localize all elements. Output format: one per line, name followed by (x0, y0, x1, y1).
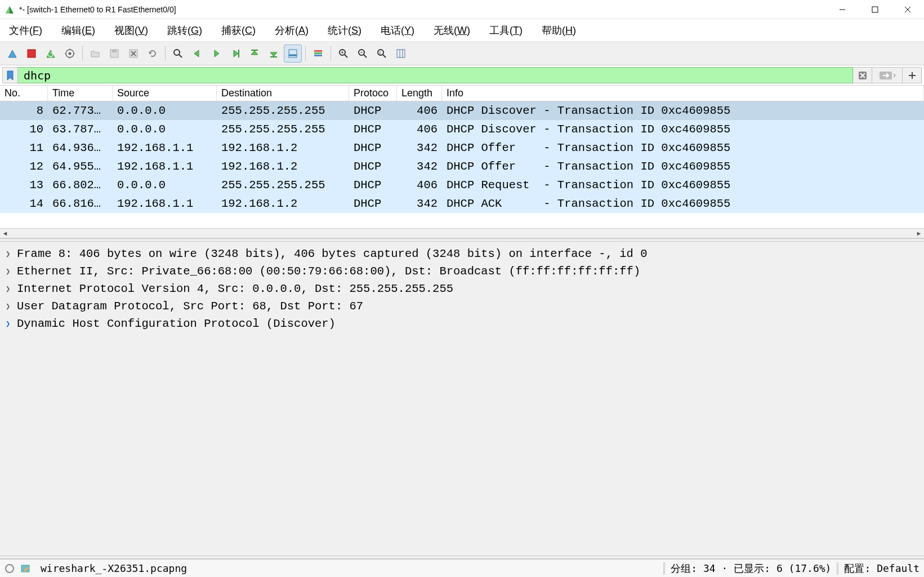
filter-apply-button[interactable] (872, 67, 903, 83)
detail-row[interactable]: ❯User Datagram Protocol, Src Port: 68, D… (0, 298, 924, 315)
display-filter-input[interactable] (18, 67, 853, 83)
open-file-button[interactable] (86, 45, 104, 63)
packet-row[interactable]: 1466.816…192.168.1.1192.168.1.2DHCP342DH… (0, 194, 924, 213)
start-capture-button[interactable] (3, 45, 21, 63)
cell-source: 0.0.0.0 (113, 123, 217, 136)
packet-row[interactable]: 1164.936…192.168.1.1192.168.1.2DHCP342DH… (0, 139, 924, 157)
packet-list[interactable]: 862.773…0.0.0.0255.255.255.255DHCP406DHC… (0, 101, 924, 228)
menu-capture[interactable]: 捕获(C) (221, 24, 256, 37)
cell-time: 64.955… (48, 160, 113, 173)
cell-length: 406 (397, 179, 442, 192)
close-file-button[interactable] (124, 45, 142, 63)
restart-capture-button[interactable] (42, 45, 60, 63)
packet-row[interactable]: 1264.955…192.168.1.1192.168.1.2DHCP342DH… (0, 157, 924, 176)
cell-no: 8 (0, 104, 48, 117)
status-profile[interactable]: Default (877, 562, 919, 574)
packet-row[interactable]: 1366.802…0.0.0.0255.255.255.255DHCP406DH… (0, 176, 924, 194)
expand-icon[interactable]: ❯ (6, 249, 17, 259)
detail-row[interactable]: ❯Frame 8: 406 bytes on wire (3248 bits),… (0, 245, 924, 263)
stop-capture-button[interactable] (23, 45, 41, 63)
resize-columns-button[interactable] (392, 45, 410, 63)
cell-info: DHCP Offer - Transaction ID 0xc4609855 (442, 160, 924, 173)
filter-clear-button[interactable] (853, 67, 872, 83)
packet-details-pane[interactable]: ❯Frame 8: 406 bytes on wire (3248 bits),… (0, 242, 924, 556)
menu-view[interactable]: 视图(V) (114, 24, 148, 37)
packet-row[interactable]: 862.773…0.0.0.0255.255.255.255DHCP406DHC… (0, 101, 924, 120)
menu-wireless[interactable]: 无线(W) (434, 24, 470, 37)
zoom-out-button[interactable] (354, 45, 372, 63)
cell-source: 192.168.1.1 (113, 160, 217, 173)
maximize-button[interactable] (859, 0, 891, 19)
col-header-source[interactable]: Source (113, 86, 217, 101)
packet-row[interactable]: 1063.787…0.0.0.0255.255.255.255DHCP406DH… (0, 120, 924, 139)
col-header-proto[interactable]: Protoco (349, 86, 397, 101)
close-button[interactable] (891, 0, 924, 19)
detail-text: Ethernet II, Src: Private_66:68:00 (00:5… (17, 265, 640, 278)
cell-proto: DHCP (349, 160, 397, 173)
goto-first-button[interactable] (245, 45, 264, 63)
menu-telephony[interactable]: 电话(Y) (381, 24, 414, 37)
expert-info-icon[interactable] (5, 563, 15, 574)
expand-icon[interactable]: ❯ (6, 319, 17, 329)
menu-edit[interactable]: 编辑(E) (61, 24, 95, 37)
status-packets: 34 (703, 562, 716, 574)
packet-list-hscroll[interactable]: ◄► (0, 228, 924, 238)
detail-text: Dynamic Host Configuration Protocol (Dis… (17, 317, 336, 330)
toolbar: 1 (0, 42, 924, 65)
menu-help[interactable]: 帮助(H) (542, 24, 576, 37)
reload-file-button[interactable] (144, 45, 162, 63)
goto-packet-button[interactable] (226, 45, 244, 63)
col-header-time[interactable]: Time (48, 86, 113, 101)
titlebar: *- [switch-1 Ethernet0 to R1 FastEtherne… (0, 0, 924, 19)
svg-line-34 (383, 55, 386, 57)
minimize-button[interactable] (826, 0, 859, 19)
col-header-length[interactable]: Length (397, 86, 442, 101)
menu-analyze[interactable]: 分析(A) (275, 24, 309, 37)
detail-row[interactable]: ❯Internet Protocol Version 4, Src: 0.0.0… (0, 280, 924, 298)
goto-last-button[interactable] (265, 45, 283, 63)
svg-line-17 (179, 55, 182, 57)
filter-bookmark-button[interactable] (2, 67, 18, 83)
cell-length: 406 (397, 123, 442, 136)
window-title: *- [switch-1 Ethernet0 to R1 FastEtherne… (19, 5, 176, 14)
svg-rect-36 (397, 50, 405, 57)
cell-dest: 255.255.255.255 (217, 123, 349, 136)
auto-scroll-button[interactable] (284, 45, 302, 63)
detail-text: Internet Protocol Version 4, Src: 0.0.0.… (17, 282, 453, 295)
status-file: wireshark_-X26351.pcapng (41, 562, 187, 574)
expand-icon[interactable]: ❯ (6, 284, 17, 294)
save-file-button[interactable] (105, 45, 123, 63)
cell-time: 62.773… (48, 104, 113, 117)
col-header-dest[interactable]: Destination (217, 86, 349, 101)
edit-capture-icon[interactable] (20, 563, 30, 574)
status-packets-label: 分组: (671, 562, 697, 575)
cell-time: 64.936… (48, 141, 113, 154)
filter-add-button[interactable] (903, 67, 922, 83)
cell-length: 406 (397, 104, 442, 117)
colorize-button[interactable] (309, 45, 327, 63)
menu-stats[interactable]: 统计(S) (328, 24, 361, 37)
col-header-no[interactable]: No. (0, 86, 48, 101)
detail-row[interactable]: ❯Dynamic Host Configuration Protocol (Di… (0, 315, 924, 332)
cell-info: DHCP Discover - Transaction ID 0xc460985… (442, 104, 924, 117)
zoom-reset-button[interactable]: 1 (373, 45, 391, 63)
menu-file[interactable]: 文件(F) (9, 24, 42, 37)
col-header-info[interactable]: Info (442, 86, 924, 101)
detail-row[interactable]: ❯Ethernet II, Src: Private_66:68:00 (00:… (0, 263, 924, 280)
detail-text: Frame 8: 406 bytes on wire (3248 bits), … (17, 247, 647, 260)
menu-goto[interactable]: 跳转(G) (167, 24, 202, 37)
cell-source: 192.168.1.1 (113, 197, 217, 210)
svg-rect-12 (112, 50, 117, 52)
expand-icon[interactable]: ❯ (6, 301, 17, 311)
menu-tools[interactable]: 工具(T) (489, 24, 523, 37)
zoom-in-button[interactable] (334, 45, 352, 63)
expand-icon[interactable]: ❯ (6, 267, 17, 276)
capture-options-button[interactable] (61, 45, 79, 63)
go-forward-button[interactable] (207, 45, 225, 63)
cell-dest: 255.255.255.255 (217, 104, 349, 117)
cell-source: 192.168.1.1 (113, 141, 217, 154)
find-packet-button[interactable] (169, 45, 187, 63)
packet-list-header: No. Time Source Destination Protoco Leng… (0, 86, 924, 101)
go-back-button[interactable] (188, 45, 206, 63)
cell-time: 66.802… (48, 179, 113, 192)
